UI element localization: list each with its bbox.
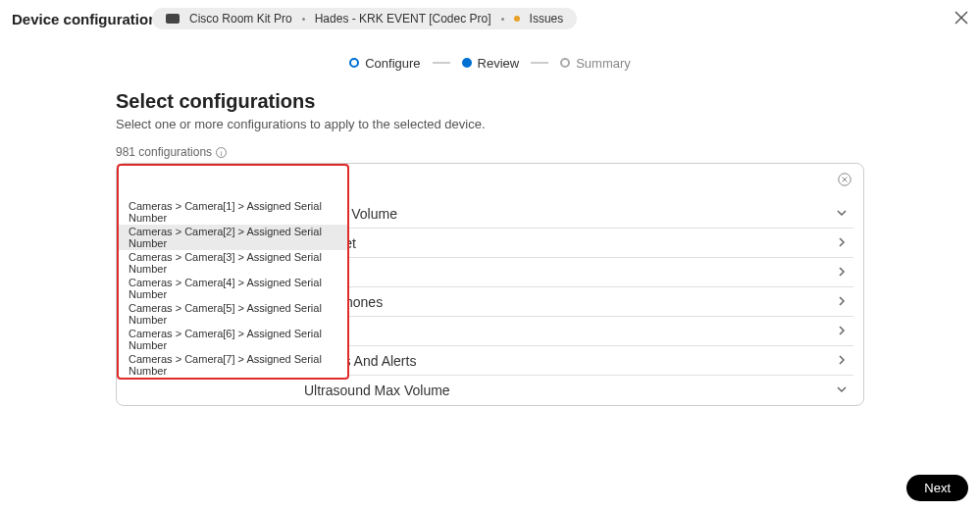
chevron-right-icon [836,235,848,251]
step-label: Summary [576,56,631,71]
issues-label: Issues [530,12,564,26]
step-label: Configure [365,56,420,71]
step-configure[interactable]: Configure [349,56,420,71]
chevron-down-icon [836,383,848,398]
accordion-ethernet[interactable]: Ethernet [298,229,853,258]
autocomplete-item[interactable]: Cameras > Camera[1] > Assigned Serial Nu… [119,199,347,225]
autocomplete-item[interactable]: Cameras > Camera[4] > Assigned Serial Nu… [119,276,347,301]
search-row: Cameras > Camera[1] > Assigned Serial Nu… [117,164,863,199]
device-model: Cisco Room Kit Pro [189,12,292,26]
step-summary[interactable]: Summary [560,56,631,71]
section-subtitle: Select one or more configurations to app… [116,117,864,131]
device-icon [166,14,180,24]
accordion-input[interactable]: Input [298,258,853,287]
next-button[interactable]: Next [906,475,968,501]
info-icon[interactable]: i [216,147,227,158]
close-icon [954,11,968,25]
device-info-bar: Cisco Room Kit Pro Hades - KRK EVENT [Co… [152,8,577,29]
svg-text:i: i [221,148,223,157]
autocomplete-item[interactable]: Cameras > Camera[3] > Assigned Serial Nu… [119,250,347,276]
chevron-right-icon [836,324,848,339]
page-header: Device configurations Cisco Room Kit Pro… [0,0,980,37]
accordion-list: Default Volume Ethernet Input Microphone… [298,199,853,405]
device-name: Hades - KRK EVENT [Codec Pro] [315,12,491,26]
config-panel: Cameras > Camera[1] > Assigned Serial Nu… [116,163,864,406]
chevron-right-icon [836,353,848,369]
section-heading: Select configurations [116,90,864,113]
autocomplete-dropdown: Cameras > Camera[1] > Assigned Serial Nu… [117,164,349,380]
separator-dot [302,18,305,21]
accordion-label: Ultrasound Max Volume [304,383,450,398]
step-circle-icon [462,58,472,68]
step-separator [433,62,450,64]
step-circle-icon [560,58,570,68]
accordion-microphones[interactable]: Microphones [298,287,853,317]
step-circle-icon [349,58,359,68]
stepper: Configure Review Summary [0,45,980,80]
config-count-text: 981 configurations [116,145,212,159]
issues-indicator-icon [514,16,520,22]
accordion-sounds-alerts[interactable]: Sounds And Alerts [298,346,853,376]
autocomplete-item[interactable]: Cameras > Camera[6] > Assigned Serial Nu… [119,327,347,352]
step-separator [531,62,548,64]
chevron-down-icon [836,206,848,222]
autocomplete-item[interactable]: Cameras > Camera[2] > Assigned Serial Nu… [119,225,347,250]
accordion-ultrasound[interactable]: Ultrasound Max Volume [298,376,853,405]
accordion-output[interactable]: Output [298,317,853,346]
config-count: 981 configurations i [116,145,864,159]
autocomplete-item[interactable]: Cameras > Camera[7] > Assigned Serial Nu… [119,352,347,378]
step-label: Review [478,56,520,71]
accordion-default-volume[interactable]: Default Volume [298,199,853,229]
page-title: Device configurations [12,11,166,27]
chevron-right-icon [836,265,848,281]
close-button[interactable] [954,11,968,28]
step-review[interactable]: Review [462,56,520,71]
clear-icon [838,173,851,186]
autocomplete-item[interactable]: Cameras > Camera[5] > Assigned Serial Nu… [119,301,347,327]
clear-search-button[interactable] [838,173,851,190]
chevron-right-icon [836,294,848,310]
separator-dot [501,18,504,21]
